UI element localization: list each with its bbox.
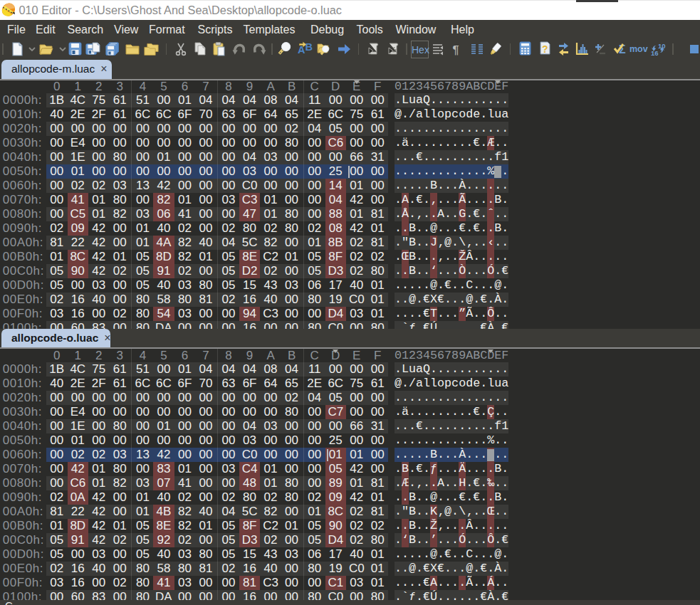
svg-text:mov: mov <box>630 44 648 54</box>
svg-text:B: B <box>305 41 313 53</box>
svg-text:¶: ¶ <box>452 43 459 56</box>
svg-text:16: 16 <box>651 49 659 56</box>
svg-text:?: ? <box>542 43 548 55</box>
